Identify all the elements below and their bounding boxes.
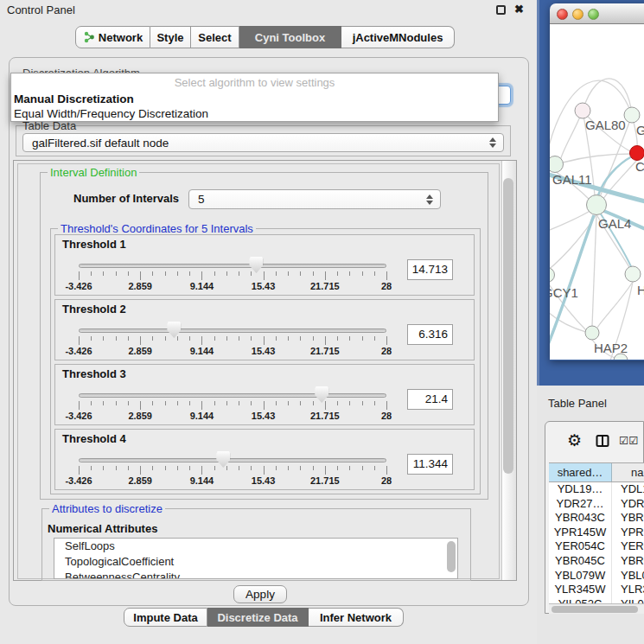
tick-mark	[103, 401, 104, 405]
tick-label: 9.144	[190, 281, 214, 291]
tab-select[interactable]: Select	[191, 26, 239, 48]
threshold-panel: Threshold 1-3.4262.8599.14415.4321.71528…	[54, 234, 475, 296]
list-item[interactable]: BetweennessCentrality	[54, 570, 457, 579]
tab-impute-data[interactable]: Impute Data	[124, 608, 207, 627]
tick-mark	[276, 466, 277, 470]
network-edge[interactable]	[560, 111, 583, 161]
tab-network[interactable]: Network	[75, 26, 150, 48]
num-intervals-combo[interactable]: 5	[188, 189, 441, 209]
tick-mark	[128, 466, 129, 470]
table-row[interactable]: YBL079WYBL0	[549, 569, 644, 583]
tick-mark	[140, 271, 141, 280]
slider-track[interactable]	[79, 458, 386, 462]
tab-label: Network	[99, 31, 143, 44]
threshold-label: Threshold 2	[62, 303, 126, 316]
table-row[interactable]: YIL052CYIL0	[549, 597, 644, 603]
network-node-label: GAL11	[552, 172, 592, 187]
network-edge[interactable]	[550, 214, 596, 271]
column-header-shared-name[interactable]: shared…	[549, 463, 612, 481]
tab-cyni-toolbox[interactable]: Cyni Toolbox	[239, 26, 341, 48]
tick-mark	[128, 401, 129, 405]
tick-mark	[239, 271, 239, 276]
tick-mark	[226, 401, 227, 405]
tick-mark	[313, 271, 314, 276]
numerical-attributes-list[interactable]: SelfLoopsTopologicalCoefficientBetweenne…	[54, 538, 458, 579]
tick-mark	[337, 466, 338, 470]
threshold-value-field[interactable]: 14.713	[407, 259, 453, 280]
float-window-icon[interactable]	[496, 5, 506, 15]
network-node[interactable]	[625, 266, 641, 282]
tick-mark	[152, 466, 153, 470]
list-item[interactable]: SelfLoops	[54, 539, 457, 554]
numerical-attributes-label: Numerical Attributes	[48, 522, 157, 535]
tick-mark	[201, 336, 202, 345]
network-node[interactable]	[550, 156, 564, 173]
table-row[interactable]: YLR345WYLR3	[549, 583, 644, 597]
cell-shared-name: YER054C	[549, 539, 612, 554]
network-node[interactable]	[624, 107, 640, 123]
cell-shared-name: YDL19…	[549, 482, 612, 497]
table-row[interactable]: YER054CYER0	[549, 539, 644, 554]
slider-track[interactable]	[79, 393, 386, 398]
network-desktop-background: GAL80GACGAL11GAL4GCY1HHAP2	[537, 0, 644, 386]
tick-row	[79, 401, 386, 411]
gear-icon[interactable]: ⚙	[567, 430, 582, 450]
cell-name: YDL1	[612, 482, 644, 497]
network-edge[interactable]	[563, 154, 631, 163]
close-traffic-light-icon[interactable]	[557, 9, 568, 20]
table-row[interactable]: YBR045CYBR0	[549, 554, 644, 569]
dropdown-option-manual[interactable]: Manual Discretization	[14, 92, 134, 105]
split-columns-icon[interactable]	[596, 434, 609, 448]
minimize-traffic-light-icon[interactable]	[572, 9, 583, 20]
network-canvas[interactable]: GAL80GACGAL11GAL4GCY1HHAP2	[550, 24, 644, 360]
column-header-name[interactable]: na	[612, 463, 644, 481]
slider-track[interactable]	[79, 264, 386, 268]
threshold-value-field[interactable]: 6.316	[407, 324, 453, 345]
checkbox-columns-icon[interactable]: ☑☑	[619, 434, 638, 447]
network-node[interactable]	[550, 268, 555, 283]
table-row[interactable]: YDL19…YDL1	[549, 482, 644, 497]
cell-name: YBR0	[612, 511, 644, 526]
table-row[interactable]: YDR27…YDR2	[549, 497, 644, 512]
tab-discretize-data[interactable]: Discretize Data	[207, 608, 309, 627]
cell-shared-name: YBR045C	[549, 554, 612, 569]
tab-infer-network[interactable]: Infer Network	[309, 608, 404, 627]
dropdown-option-equal-width[interactable]: Equal Width/Frequency Discretization	[14, 107, 208, 120]
apply-button[interactable]: Apply	[233, 585, 287, 603]
list-scrollbar-thumb[interactable]	[447, 541, 456, 572]
network-edge[interactable]	[592, 214, 596, 326]
table-data-combo[interactable]: galFiltered.sif default node	[22, 133, 504, 152]
network-node[interactable]	[587, 195, 607, 215]
tick-mark	[140, 466, 141, 475]
tick-mark	[91, 336, 92, 341]
tab-style[interactable]: Style	[150, 26, 191, 48]
tick-mark	[276, 401, 277, 405]
tick-mark	[325, 401, 326, 410]
top-tabs: NetworkStyleSelectCyni ToolboxjActiveMNo…	[75, 26, 455, 48]
horizontal-scrollbar-track[interactable]	[549, 603, 644, 614]
network-node[interactable]	[575, 103, 590, 118]
network-node[interactable]	[630, 146, 644, 161]
table-row[interactable]: YPR145WYPR1	[549, 526, 644, 540]
network-node-label: C	[635, 159, 644, 174]
tick-mark	[264, 336, 265, 345]
tick-mark	[288, 401, 289, 405]
vertical-scrollbar-thumb[interactable]	[503, 178, 513, 474]
tick-mark	[128, 271, 129, 276]
tick-mark	[189, 271, 190, 276]
tab-jactivemnodules[interactable]: jActiveMNodules	[341, 26, 455, 48]
cell-name: YBR0	[612, 554, 644, 569]
list-item[interactable]: TopologicalCoefficient	[54, 554, 457, 570]
network-node[interactable]	[585, 326, 599, 340]
horizontal-scrollbar-thumb[interactable]	[552, 606, 638, 613]
slider-track[interactable]	[79, 328, 386, 333]
threshold-value-field[interactable]: 21.4	[407, 389, 453, 410]
table-row[interactable]: YBR043CYBR0	[549, 511, 644, 526]
threshold-value-field[interactable]: 11.344	[407, 454, 453, 475]
tick-mark	[152, 401, 153, 405]
zoom-traffic-light-icon[interactable]	[588, 9, 599, 20]
tick-mark	[337, 271, 338, 276]
close-icon[interactable]: ✖	[514, 3, 524, 16]
network-node-label: GCY1	[550, 285, 578, 300]
network-window-titlebar[interactable]	[550, 3, 644, 24]
